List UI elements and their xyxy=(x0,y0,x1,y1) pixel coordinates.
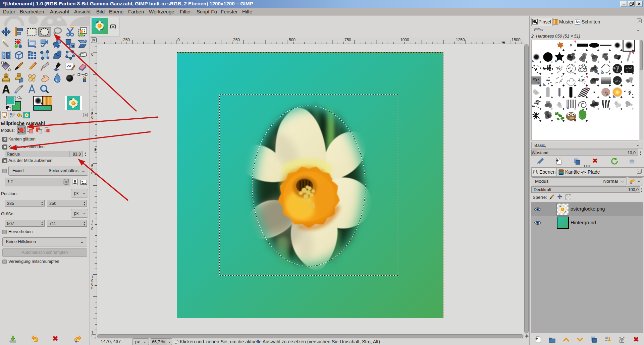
svg-text:1250: 1250 xyxy=(456,38,465,42)
svg-text:-250: -250 xyxy=(122,38,130,42)
svg-text:500: 500 xyxy=(289,38,296,42)
svg-text:1: 1 xyxy=(91,331,93,334)
svg-text:0: 0 xyxy=(91,171,93,175)
svg-text:0: 0 xyxy=(91,115,93,119)
svg-text:250: 250 xyxy=(233,38,240,42)
svg-text:0: 0 xyxy=(177,38,180,42)
svg-text:1000: 1000 xyxy=(400,38,409,42)
svg-text:1500: 1500 xyxy=(512,38,521,42)
svg-text:0: 0 xyxy=(91,286,93,290)
svg-text:0: 0 xyxy=(91,227,93,231)
svg-text:750: 750 xyxy=(344,38,351,42)
svg-text:0: 0 xyxy=(91,52,93,56)
